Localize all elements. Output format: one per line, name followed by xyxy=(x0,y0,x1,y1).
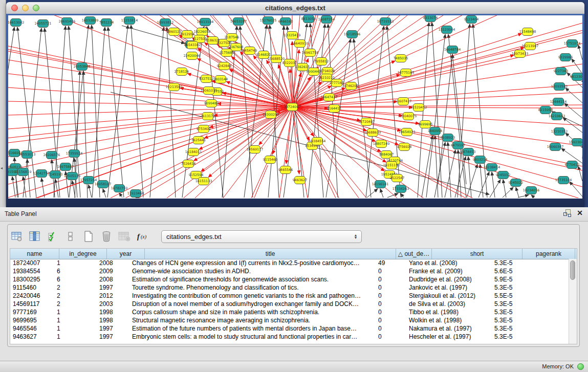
table-cell[interactable]: Franke et al. (2009) xyxy=(406,267,492,275)
table-cell[interactable]: 0 xyxy=(376,308,406,316)
graph-node[interactable]: 9699695 xyxy=(418,121,432,128)
graph-node[interactable]: 20691406 xyxy=(59,18,76,26)
table-cell[interactable]: 2009 xyxy=(97,267,129,275)
table-cell[interactable]: 1997 xyxy=(97,283,129,292)
graph-node[interactable]: 8813054 xyxy=(301,15,316,23)
table-row[interactable]: 977716911998Corpus callosum shape and si… xyxy=(10,308,569,316)
graph-node[interactable]: 8215958 xyxy=(538,106,553,114)
graph-node[interactable]: 24055721 xyxy=(35,20,52,28)
table-cell[interactable]: Tibbo et al. (1998) xyxy=(406,308,492,316)
graph-node[interactable]: 8990443 xyxy=(307,68,321,76)
graph-node[interactable]: 10234056 xyxy=(523,187,540,194)
side-collapse-strip[interactable]: ◂ xyxy=(0,0,6,207)
graph-node[interactable]: 9753402 xyxy=(197,125,211,133)
graph-node[interactable]: 15751074 xyxy=(564,40,581,48)
column-header-title[interactable]: title xyxy=(145,249,396,259)
table-row[interactable]: 1830029562008Estimation of significance … xyxy=(10,275,569,283)
table-cell[interactable]: Estimation of the future numbers of pati… xyxy=(129,324,376,333)
graph-node[interactable]: 11548498 xyxy=(519,28,536,36)
graph-node[interactable]: 12444154 xyxy=(550,98,567,106)
table-cell[interactable]: 9777169 xyxy=(10,308,54,316)
network-canvas[interactable]: 1661304224055721206914061603380978512341… xyxy=(8,15,582,199)
table-cell[interactable]: 14569117 xyxy=(10,300,54,308)
table-cell[interactable]: Estimation of significance thresholds fo… xyxy=(129,275,376,283)
table-cell[interactable]: Jankovic et al. (1997) xyxy=(406,283,492,292)
graph-node[interactable]: 10060347 xyxy=(547,143,564,151)
graph-node[interactable]: 22040075 xyxy=(400,113,417,120)
column-header-name[interactable]: name xyxy=(10,249,59,259)
graph-node[interactable]: 9465546 xyxy=(278,166,293,174)
table-cell[interactable]: Genome-wide association studies in ADHD. xyxy=(129,267,376,275)
table-cell[interactable]: Yano et al. (2008) xyxy=(406,259,492,267)
table-cell[interactable]: 2012 xyxy=(97,292,129,300)
graph-node[interactable]: 20353846 xyxy=(74,63,91,71)
table-cell[interactable]: 5.5E-5 xyxy=(492,292,539,300)
graph-node[interactable]: 9227343 xyxy=(554,68,568,75)
column-header-short[interactable]: short xyxy=(432,249,522,259)
graph-node[interactable]: 9175685 xyxy=(220,49,234,57)
table-row[interactable]: 1456911722003Disruption of a novel membe… xyxy=(10,300,569,308)
graph-node[interactable]: 2803144 xyxy=(213,76,228,83)
table-cell[interactable]: Hescheler et al. (1997) xyxy=(406,333,492,341)
graph-node[interactable]: 2522547 xyxy=(390,174,404,182)
graph-node[interactable]: 20206576 xyxy=(43,151,60,159)
close-panel-icon[interactable]: ✕ xyxy=(577,209,583,216)
window-titlebar[interactable]: citations_edges.txt xyxy=(6,2,584,14)
table-row[interactable]: 1938455462009Genome-wide association stu… xyxy=(10,267,569,275)
table-cell[interactable]: 49 xyxy=(376,259,406,267)
table-cell[interactable]: 0 xyxy=(376,333,406,341)
table-cell[interactable]: 22420046 xyxy=(10,292,54,300)
graph-node[interactable]: 10238414 xyxy=(484,164,500,171)
graph-node[interactable]: 10973433 xyxy=(512,50,529,58)
select-rows-icon[interactable] xyxy=(47,230,59,243)
table-cell[interactable]: 2 xyxy=(54,283,97,292)
graph-node[interactable]: 7526414 xyxy=(181,160,195,168)
table-cell[interactable]: 1 xyxy=(54,316,97,324)
table-cell[interactable]: 0 xyxy=(376,275,406,283)
table-cell[interactable]: 6 xyxy=(54,275,97,283)
graph-node[interactable]: 11529452 xyxy=(410,104,427,112)
graph-node[interactable]: 15923044 xyxy=(569,139,582,146)
table-cell[interactable]: Corpus callosum shape and size in male p… xyxy=(129,308,376,316)
table-cell[interactable]: Embryonic stem cells: a model to study s… xyxy=(129,333,376,341)
graph-node[interactable]: 7485035 xyxy=(394,55,408,62)
table-cell[interactable]: 9115460 xyxy=(10,283,54,292)
graph-node[interactable]: 8164411 xyxy=(327,105,341,113)
graph-node[interactable]: 9099482 xyxy=(204,100,219,107)
table-row[interactable]: 969969511998Structural magnetic resonanc… xyxy=(10,316,569,324)
graph-node[interactable]: 9245022 xyxy=(509,179,523,187)
graph-node[interactable]: 17359924 xyxy=(66,150,83,158)
show-column-icon[interactable] xyxy=(29,230,41,243)
table-row[interactable]: 946554611997Estimation of the future num… xyxy=(10,324,569,333)
column-header-pagerank[interactable]: pagerank xyxy=(522,249,575,259)
table-cell[interactable]: 18724007 xyxy=(10,259,54,267)
delete-table-icon[interactable] xyxy=(100,230,113,243)
table-row[interactable]: 1872400712008Changes of HCN gene express… xyxy=(10,259,569,267)
column-header-year[interactable]: year xyxy=(107,249,145,259)
graph-node[interactable]: 15123044 xyxy=(439,26,455,34)
graph-node[interactable]: 9746205 xyxy=(344,82,358,90)
table-row[interactable]: 911546021997Tourette syndrome. Phenomeno… xyxy=(10,283,569,292)
table-cell[interactable]: 0 xyxy=(376,324,406,333)
graph-node[interactable]: 6466160 xyxy=(278,18,293,26)
graph-node[interactable]: 9463627 xyxy=(293,177,307,184)
table-row[interactable]: 946362711997Embryonic stem cells: a mode… xyxy=(10,333,569,341)
table-cell[interactable]: 0 xyxy=(376,283,406,292)
table-cell[interactable]: 1 xyxy=(54,324,97,333)
table-cell[interactable]: 2008 xyxy=(97,275,129,283)
table-cell[interactable]: 5.3E-5 xyxy=(492,259,539,267)
graph-node[interactable]: 17735104 xyxy=(555,177,572,184)
graph-node[interactable]: 9245012 xyxy=(496,171,510,179)
table-cell[interactable]: 2 xyxy=(54,300,97,308)
table-cell[interactable]: 5.3E-5 xyxy=(492,324,539,333)
table-cell[interactable]: 0 xyxy=(376,300,406,308)
graph-node[interactable]: 10975887 xyxy=(57,163,74,171)
graph-node[interactable]: 12213907 xyxy=(522,42,539,50)
table-cell[interactable]: 5.9E-5 xyxy=(492,275,539,283)
table-cell[interactable]: 1997 xyxy=(97,324,129,333)
table-cell[interactable]: Nakamura et al. (1997) xyxy=(406,324,492,333)
graph-node[interactable]: 9115460 xyxy=(263,156,277,164)
scrollbar-thumb[interactable] xyxy=(570,260,575,280)
table-cell[interactable]: 5.3E-5 xyxy=(492,333,539,341)
graph-node[interactable]: 10993812 xyxy=(157,19,174,27)
